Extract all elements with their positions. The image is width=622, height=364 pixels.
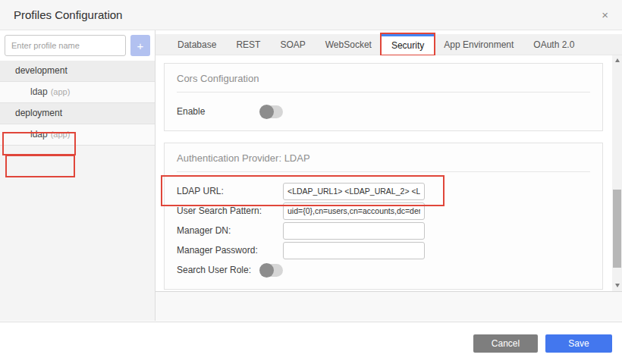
page-title: Profiles Configuration [14,8,122,21]
profiles-sidebar: + development ldap(app) deployment ldap(… [0,30,156,321]
content-bottom-strip [156,292,622,321]
tab-bar: Database REST SOAP WebSocket Security Ap… [156,34,622,55]
manager-dn-label: Manager DN: [177,225,283,236]
search-user-role-row: Search User Role: [177,260,590,280]
tab-strip-wrap: Database REST SOAP WebSocket Security Ap… [156,30,622,55]
sidebar-item-label: deployment [15,108,62,118]
tab-rest[interactable]: REST [226,34,270,55]
add-profile-button[interactable]: + [130,35,150,56]
close-icon[interactable]: × [602,9,608,20]
ldap-provider-card: Authentication Provider: LDAP LDAP URL: … [164,143,603,290]
annotation-box-ldap [5,155,75,177]
sidebar-item-ldap-development[interactable]: ldap(app) [0,82,155,103]
tab-oauth[interactable]: OAuth 2.0 [523,34,584,55]
tab-websocket[interactable]: WebSocket [316,34,382,55]
search-user-role-toggle[interactable] [260,264,283,277]
user-search-pattern-row: User Search Pattern: [177,201,590,221]
tab-database[interactable]: Database [168,34,226,55]
manager-password-row: Manager Password: [177,240,590,260]
toggle-knob [259,263,274,278]
add-profile-row: + [0,30,155,61]
sidebar-item-suffix: (app) [51,130,71,139]
scroll-up-button[interactable] [612,55,622,64]
ldap-url-row: LDAP URL: [177,181,590,201]
ldap-url-input[interactable] [283,183,425,200]
manager-password-label: Manager Password: [177,245,283,256]
sidebar-item-deployment[interactable]: deployment [0,103,155,124]
cors-configuration-card: Cors Configuration Enable [164,63,603,131]
cors-section-title: Cors Configuration [177,73,590,93]
ldap-url-label: LDAP URL: [177,186,283,196]
save-button[interactable]: Save [545,334,612,353]
sidebar-item-ldap-deployment[interactable]: ldap(app) [0,124,155,146]
dialog-header: Profiles Configuration × [0,0,622,30]
arrow-down-icon [615,284,620,287]
sidebar-item-development[interactable]: development [0,61,155,82]
cancel-button[interactable]: Cancel [473,334,538,353]
tab-soap[interactable]: SOAP [270,34,315,55]
scrollbar-thumb[interactable] [613,190,621,268]
security-tab-content: Cors Configuration Enable Authentication… [156,55,622,292]
user-search-pattern-label: User Search Pattern: [177,206,283,216]
sidebar-item-suffix: (app) [51,87,71,96]
manager-dn-row: Manager DN: [177,221,590,240]
tab-security[interactable]: Security [382,34,434,55]
tab-app-environment[interactable]: App Environment [434,34,523,55]
manager-password-input[interactable] [283,242,425,259]
user-search-pattern-input[interactable] [283,202,425,220]
cors-enable-toggle[interactable] [260,105,283,118]
dialog-footer: Cancel Save [0,322,622,364]
manager-dn-input[interactable] [283,222,425,240]
cors-enable-row: Enable [177,102,590,121]
scroll-down-button[interactable] [612,281,622,290]
ldap-section-title: Authentication Provider: LDAP [177,152,590,172]
sidebar-item-label: ldap [30,86,48,97]
sidebar-item-label: development [15,65,68,76]
arrow-up-icon [615,58,620,62]
profile-name-input[interactable] [5,35,126,56]
toggle-knob [259,105,274,119]
profiles-configuration-dialog: Profiles Configuration × + development l… [0,0,622,364]
vertical-scrollbar[interactable] [612,55,622,291]
sidebar-item-label: ldap [30,129,48,140]
